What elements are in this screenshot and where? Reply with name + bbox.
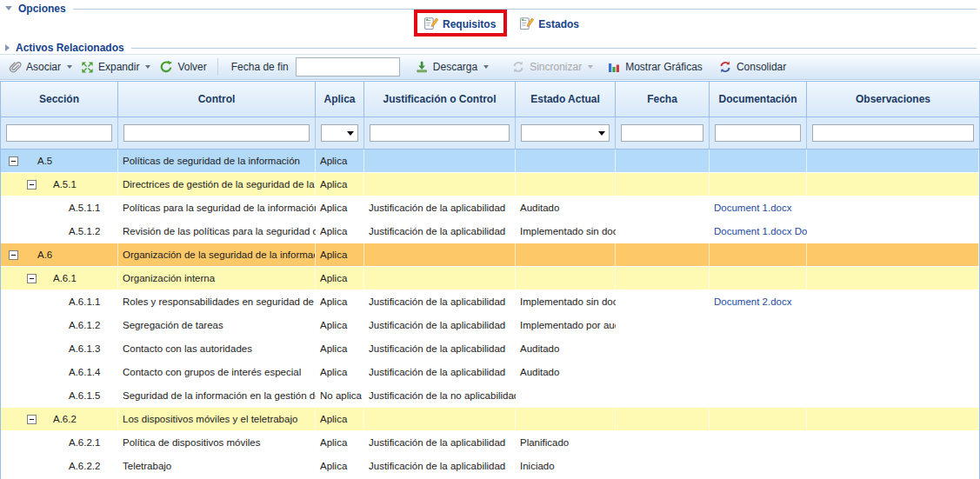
cell-documentacion: Document 1.docx Doc bbox=[710, 220, 807, 243]
cell-observaciones bbox=[807, 384, 979, 408]
table-row[interactable]: A.6.2.2TeletrabajoAplicaJustificación de… bbox=[1, 455, 979, 478]
column-header-documentacion[interactable]: Documentación bbox=[710, 82, 807, 117]
grid-body: A.5Políticas de seguridad de la informac… bbox=[1, 150, 979, 478]
table-row[interactable]: A.5Políticas de seguridad de la informac… bbox=[1, 150, 979, 173]
table-row[interactable]: A.6.2.1Política de dispositivos móvilesA… bbox=[1, 431, 979, 455]
column-header-estado-actual[interactable]: Estado Actual bbox=[516, 82, 616, 117]
cell-control: Políticas de seguridad de la información bbox=[118, 150, 316, 173]
cell-aplica: Aplica bbox=[316, 220, 364, 243]
expand-arrow-icon[interactable] bbox=[5, 44, 10, 51]
seccion-filter-input[interactable] bbox=[6, 124, 112, 142]
cell-estado: Planificado bbox=[516, 431, 616, 455]
download-icon bbox=[415, 60, 429, 74]
column-header-aplica[interactable]: Aplica bbox=[316, 82, 364, 117]
justificacion-filter-input[interactable] bbox=[370, 124, 510, 142]
consolidar-label: Consolidar bbox=[737, 61, 786, 73]
table-row[interactable]: A.5.1.2Revisión de las políticas para la… bbox=[1, 220, 979, 243]
cell-control: Organización de la seguridad de la infor… bbox=[118, 243, 316, 267]
document-link[interactable]: Document 1.docx Doc bbox=[714, 226, 807, 236]
cell-documentacion bbox=[710, 408, 807, 431]
app-window: Opciones Requisitos Estados Activos Rela… bbox=[0, 0, 980, 479]
mostrar-graficas-button[interactable]: Mostrar Gráficas bbox=[603, 58, 707, 76]
requisitos-label: Requisitos bbox=[443, 18, 496, 30]
back-arrow-icon bbox=[159, 60, 173, 74]
asociar-button[interactable]: Asociar bbox=[3, 58, 77, 76]
cell-justificacion bbox=[364, 150, 516, 173]
estados-button[interactable]: Estados bbox=[516, 14, 583, 32]
section-code: A.6.1.3 bbox=[1, 337, 100, 360]
document-link[interactable]: Document 1.docx bbox=[714, 203, 792, 213]
cell-observaciones bbox=[807, 455, 979, 478]
observaciones-filter-input[interactable] bbox=[812, 124, 974, 142]
section-code: A.6.1.1 bbox=[1, 290, 100, 313]
cell-fecha bbox=[616, 408, 710, 431]
volver-button[interactable]: Volver bbox=[155, 58, 210, 76]
cell-aplica: Aplica bbox=[316, 243, 364, 267]
cell-observaciones bbox=[807, 431, 979, 455]
column-header-justificacion[interactable]: Justificación o Control bbox=[364, 82, 516, 117]
requisitos-button[interactable]: Requisitos bbox=[420, 14, 499, 32]
table-row[interactable]: A.6.1.4Contacto con grupos de interés es… bbox=[1, 361, 979, 384]
cell-aplica: Aplica bbox=[316, 173, 364, 196]
cell-estado bbox=[516, 150, 616, 173]
cell-seccion: A.6.1 bbox=[1, 267, 118, 290]
table-row[interactable]: A.6.2Los dispositivos móviles y el telet… bbox=[1, 408, 979, 431]
collapse-toggle-icon[interactable] bbox=[9, 250, 18, 260]
panel-title-opciones[interactable]: Opciones bbox=[18, 3, 66, 15]
column-header-fecha[interactable]: Fecha bbox=[616, 82, 710, 117]
table-row[interactable]: A.5.1Directrices de gestión de la seguri… bbox=[1, 173, 979, 196]
fecha-fin-input[interactable] bbox=[296, 57, 400, 77]
cell-fecha bbox=[616, 290, 710, 314]
panel-title-activos[interactable]: Activos Relacionados bbox=[16, 42, 124, 54]
descarga-label: Descarga bbox=[433, 61, 477, 73]
collapse-arrow-icon[interactable] bbox=[5, 6, 12, 10]
cell-documentacion bbox=[710, 314, 807, 337]
documentacion-filter-input[interactable] bbox=[715, 124, 801, 142]
mostrar-graficas-label: Mostrar Gráficas bbox=[625, 61, 703, 73]
control-filter-input[interactable] bbox=[123, 124, 310, 142]
collapse-toggle-icon[interactable] bbox=[27, 415, 37, 424]
document-link[interactable]: Document 2.docx bbox=[714, 296, 792, 307]
table-row[interactable]: A.6.1Organización internaAplica bbox=[1, 267, 979, 290]
table-row[interactable]: A.6.1.3Contacto con las autoridadesAplic… bbox=[1, 337, 979, 361]
cell-control: Contacto con las autoridades bbox=[118, 337, 316, 361]
asociar-label: Asociar bbox=[26, 61, 61, 73]
toolbar: Asociar Expandir Volver Fecha de fin Des… bbox=[0, 54, 980, 80]
table-row[interactable]: A.6.1.1Roles y responsabilidades en segu… bbox=[1, 290, 979, 314]
estado-actual-filter-select[interactable] bbox=[521, 124, 610, 142]
cell-observaciones bbox=[807, 408, 979, 431]
cell-estado bbox=[516, 173, 616, 196]
cell-observaciones bbox=[807, 220, 979, 243]
cell-justificacion: Justificación de la no aplicabilidad bbox=[364, 384, 516, 408]
chevron-down-icon bbox=[145, 65, 150, 69]
table-row[interactable]: A.6.1.5Seguridad de la información en la… bbox=[1, 384, 979, 408]
column-header-seccion[interactable]: Sección bbox=[1, 82, 118, 117]
aplica-filter-select[interactable] bbox=[321, 124, 358, 142]
table-row[interactable]: A.6.1.2Segregación de tareasAplicaJustif… bbox=[1, 314, 979, 337]
filter-cell bbox=[1, 117, 118, 150]
table-row[interactable]: A.5.1.1Políticas para la seguridad de la… bbox=[1, 196, 979, 220]
collapse-toggle-icon[interactable] bbox=[27, 274, 37, 283]
column-header-control[interactable]: Control bbox=[118, 82, 316, 117]
cell-seccion: A.6.1.3 bbox=[1, 337, 118, 361]
consolidar-button[interactable]: Consolidar bbox=[714, 58, 790, 76]
cell-control: Directrices de gestión de la seguridad d… bbox=[118, 173, 316, 196]
cell-control: Revisión de las políticas para la seguri… bbox=[118, 220, 316, 243]
cell-estado bbox=[516, 267, 616, 290]
collapse-toggle-icon[interactable] bbox=[27, 180, 37, 190]
filter-cell bbox=[364, 117, 516, 150]
consolidate-arrows-icon bbox=[718, 60, 732, 74]
cell-observaciones bbox=[807, 243, 979, 267]
section-code: A.6.1 bbox=[1, 267, 77, 289]
cell-control: Política de dispositivos móviles bbox=[118, 431, 316, 455]
cell-estado: Auditado bbox=[516, 337, 616, 361]
filter-cell bbox=[516, 117, 616, 150]
collapse-toggle-icon[interactable] bbox=[9, 156, 18, 166]
descarga-button[interactable]: Descarga bbox=[410, 58, 493, 76]
table-row[interactable]: A.6Organización de la seguridad de la in… bbox=[1, 243, 979, 267]
fecha-filter-input[interactable] bbox=[621, 124, 703, 142]
expandir-button[interactable]: Expandir bbox=[77, 59, 155, 76]
cell-documentacion: Document 2.docx bbox=[710, 290, 807, 314]
column-header-observaciones[interactable]: Observaciones bbox=[807, 82, 979, 117]
cell-documentacion bbox=[710, 361, 807, 384]
